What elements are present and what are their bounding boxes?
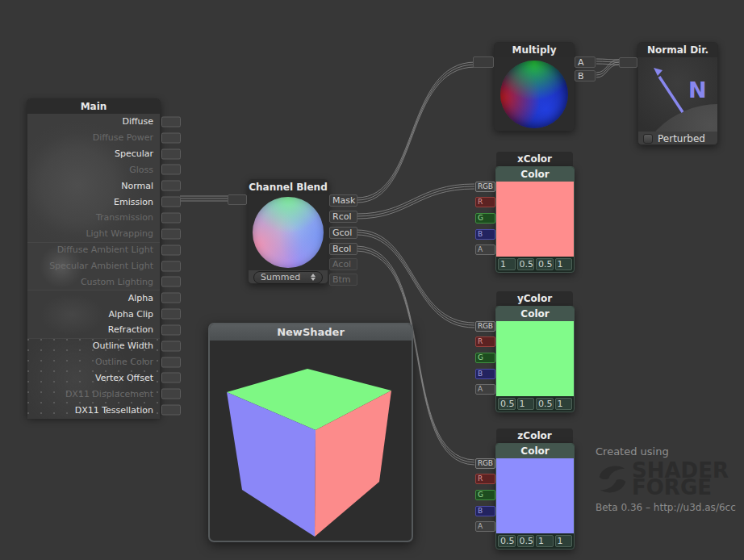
xcolor-swatch[interactable]: [496, 182, 574, 257]
wire-multiply-b-normaldir: [596, 60, 619, 77]
node-zcolor[interactable]: zColor Color 0.5 0.5 1 1 RGB R G B A: [495, 428, 575, 550]
ycolor-title[interactable]: Color: [496, 307, 574, 321]
zcolor-title[interactable]: Color: [496, 444, 574, 458]
xcolor-title[interactable]: Color: [496, 167, 574, 182]
multiply-preview: [495, 57, 574, 131]
main-slot-dx11-displacement[interactable]: [161, 389, 181, 399]
xcolor-value-g[interactable]: 0.5: [517, 258, 535, 270]
main-slot-specular[interactable]: [161, 148, 181, 159]
node-multiply-title[interactable]: Multiply: [495, 43, 574, 57]
main-row-specular: Specular: [27, 146, 160, 162]
shader-forge-logo-icon: [596, 461, 629, 498]
zcolor-output-b[interactable]: B: [475, 506, 495, 516]
zcolor-value-g[interactable]: 0.5: [517, 535, 535, 547]
xcolor-value-r[interactable]: 1: [498, 258, 516, 270]
zcolor-name-tag[interactable]: zColor: [496, 428, 573, 443]
xcolor-output-rgb[interactable]: RGB: [475, 182, 495, 192]
preview-cube: [210, 341, 412, 542]
channel-blend-input-bcol[interactable]: Bcol: [329, 243, 357, 255]
ycolor-output-g[interactable]: G: [475, 353, 495, 363]
main-row-gloss: Gloss: [27, 162, 160, 178]
channel-blend-input-gcol[interactable]: Gcol: [329, 227, 357, 239]
ycolor-output-rgb[interactable]: RGB: [475, 321, 495, 332]
channel-blend-output-slot[interactable]: [228, 194, 247, 205]
ycolor-value-b[interactable]: 0.5: [536, 398, 554, 410]
ycolor-name-tag[interactable]: yColor: [496, 291, 573, 306]
channel-blend-input-mask[interactable]: Mask: [329, 194, 357, 207]
node-normal-dir-title[interactable]: Normal Dir.: [638, 43, 717, 57]
node-graph-canvas[interactable]: Main Diffuse Diffuse Power Specular Glos…: [0, 0, 744, 560]
channel-blend-input-rcol[interactable]: Rcol: [329, 211, 357, 223]
main-row-specular-ambient-light: Specular Ambient Light: [27, 258, 160, 274]
ycolor-value-g[interactable]: 1: [517, 398, 535, 410]
main-slot-outline-width[interactable]: [161, 341, 181, 351]
blend-mode-dropdown[interactable]: Summed: [253, 271, 323, 284]
main-row-diffuse: Diffuse: [27, 114, 160, 130]
main-slot-light-wrapping[interactable]: [161, 228, 181, 239]
node-main-body: Diffuse Diffuse Power Specular Gloss Nor…: [27, 114, 160, 418]
main-slot-gloss[interactable]: [161, 165, 181, 175]
main-slot-dx11-tessellation[interactable]: [161, 405, 181, 416]
node-channel-blend[interactable]: Channel Blend Summed Mask Rcol Gcol Bcol…: [248, 179, 328, 284]
main-row-alpha-clip: Alpha Clip: [27, 306, 160, 322]
node-ycolor[interactable]: yColor Color 0.5 1 0.5 1 RGB R G B A: [495, 291, 575, 412]
node-main[interactable]: Main Diffuse Diffuse Power Specular Glos…: [27, 98, 161, 417]
xcolor-output-a[interactable]: A: [475, 244, 495, 255]
ycolor-output-b[interactable]: B: [475, 369, 495, 379]
xcolor-name-tag[interactable]: xColor: [496, 152, 573, 166]
shader-preview-title[interactable]: NewShader: [210, 324, 412, 341]
main-row-alpha: Alpha: [27, 290, 160, 306]
xcolor-output-b[interactable]: B: [475, 229, 495, 240]
multiply-output-slot[interactable]: [473, 56, 494, 68]
multiply-input-a[interactable]: A: [575, 56, 596, 68]
main-slot-vertex-offset[interactable]: [161, 373, 181, 383]
node-main-title[interactable]: Main: [27, 99, 160, 114]
main-slot-specular-ambient-light[interactable]: [161, 261, 181, 271]
main-slot-diffuse-power[interactable]: [161, 132, 181, 143]
shader-preview-window[interactable]: NewShader: [208, 323, 413, 542]
xcolor-value-b[interactable]: 0.5: [536, 258, 554, 270]
zcolor-swatch[interactable]: [496, 458, 574, 533]
wire-gcol-ycolor: [357, 230, 474, 328]
main-slot-alpha[interactable]: [161, 293, 181, 303]
main-row-diffuse-power: Diffuse Power: [27, 130, 160, 146]
zcolor-value-a[interactable]: 1: [555, 535, 573, 547]
normal-dir-output-slot[interactable]: [619, 57, 637, 68]
main-row-light-wrapping: Light Wrapping: [27, 226, 160, 242]
channel-blend-preview-sphere: [253, 197, 324, 268]
node-normal-dir[interactable]: Normal Dir. N Perturbed: [637, 42, 718, 145]
ycolor-output-r[interactable]: R: [475, 336, 495, 347]
xcolor-value-a[interactable]: 1: [555, 258, 573, 270]
main-slot-alpha-clip[interactable]: [161, 309, 181, 320]
xcolor-output-g[interactable]: G: [475, 213, 495, 224]
ycolor-value-r[interactable]: 0.5: [498, 398, 516, 410]
shader-forge-logo-text: SHADER FORGE: [632, 462, 729, 496]
ycolor-swatch[interactable]: [496, 321, 574, 396]
perturbed-label: Perturbed: [658, 133, 705, 144]
zcolor-output-r[interactable]: R: [475, 474, 495, 484]
node-multiply[interactable]: Multiply A B: [494, 42, 575, 131]
zcolor-output-rgb[interactable]: RGB: [475, 458, 495, 469]
zcolor-value-r[interactable]: 0.5: [498, 535, 516, 547]
main-slot-emission[interactable]: [161, 197, 181, 207]
channel-blend-input-btm[interactable]: Btm: [329, 274, 357, 286]
main-row-diffuse-ambient-light: Diffuse Ambient Light: [27, 242, 160, 258]
node-xcolor[interactable]: xColor Color 1 0.5 0.5 1 RGB R G B A: [495, 152, 575, 273]
main-slot-normal[interactable]: [161, 181, 181, 191]
ycolor-value-a[interactable]: 1: [555, 398, 573, 410]
zcolor-output-a[interactable]: A: [475, 521, 495, 532]
main-slot-transmission[interactable]: [161, 212, 181, 223]
main-slot-diffuse[interactable]: [161, 116, 181, 127]
zcolor-value-b[interactable]: 1: [536, 535, 554, 547]
ycolor-output-a[interactable]: A: [475, 384, 495, 395]
zcolor-output-g[interactable]: G: [475, 490, 495, 500]
node-channel-blend-title[interactable]: Channel Blend: [249, 180, 328, 194]
multiply-input-b[interactable]: B: [575, 70, 596, 81]
channel-blend-input-acol[interactable]: Acol: [329, 258, 357, 270]
xcolor-output-r[interactable]: R: [475, 197, 495, 207]
main-slot-refraction[interactable]: [161, 324, 181, 335]
main-slot-diffuse-ambient-light[interactable]: [161, 244, 181, 255]
main-slot-outline-color[interactable]: [161, 357, 181, 367]
perturbed-checkbox[interactable]: [643, 134, 653, 144]
main-slot-custom-lighting[interactable]: [161, 277, 181, 287]
